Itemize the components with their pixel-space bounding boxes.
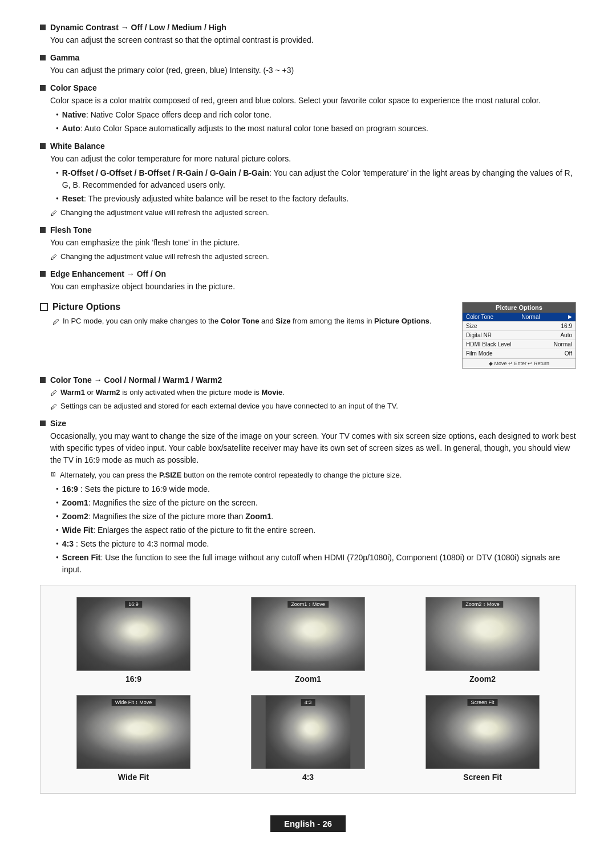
note-icon: 🖊 (50, 252, 57, 262)
picture-options-section: Picture Options 🖊 In PC mode, you can on… (40, 302, 576, 369)
checkbox-icon (40, 303, 48, 311)
picture-options-title: Picture Options (52, 302, 120, 312)
edge-enhancement-body: You can emphasize object boundaries in t… (50, 281, 576, 293)
picture-options-header: Picture Options (40, 302, 451, 312)
footer-text: English - 26 (270, 815, 346, 832)
image-169: 16:9 (76, 597, 191, 671)
footer: English - 26 (0, 815, 616, 832)
section-gamma: Gamma You can adjust the primary color (… (40, 53, 576, 76)
image-cell-43: 4:3 4:3 (226, 695, 390, 782)
image-grid-container: 16:9 16:9 Zoom1 ↕ Move Zoom1 Z (40, 585, 576, 794)
flesh-tone-text: You can emphasize the pink 'flesh tone' … (50, 238, 240, 247)
square-bullet-icon (40, 377, 46, 383)
note-icon: 🖊 (50, 402, 57, 412)
gamma-body: You can adjust the primary color (red, g… (50, 64, 576, 76)
square-bullet-icon (40, 55, 46, 60)
section-header: Color Tone → Cool / Normal / Warm1 / War… (40, 375, 576, 385)
white-balance-title: White Balance (50, 142, 105, 151)
image-label-zoom1: Zoom1 ↕ Move (287, 601, 329, 608)
osd-row-filmmode: Film Mode Off (463, 349, 576, 358)
section-edge-enhancement: Edge Enhancement → Off / On You can emph… (40, 269, 576, 293)
flesh-tone-note: 🖊 Changing the adjustment value will ref… (50, 251, 576, 262)
size-body: Occasionally, you may want to change the… (50, 430, 576, 576)
image-label-screenfit: Screen Fit (467, 699, 497, 706)
section-header: Size (40, 419, 576, 428)
white-balance-text: You can adjust the color temperature for… (50, 154, 291, 163)
white-balance-bullets: R-Offset / G-Offset / B-Offset / R-Gain … (56, 167, 576, 205)
page-container: Dynamic Contrast → Off / Low / Medium / … (0, 0, 616, 839)
section-flesh-tone: Flesh Tone You can emphasize the pink 'f… (40, 225, 576, 262)
flower-overlay (425, 597, 540, 671)
image-zoom2: Zoom2 ↕ Move (425, 597, 540, 671)
osd-table-title: Picture Options (463, 302, 576, 313)
section-header: Dynamic Contrast → Off / Low / Medium / … (40, 23, 576, 32)
bullet-169: 16:9 : Sets the picture to 16:9 wide mod… (56, 483, 576, 495)
flower-bg (425, 597, 540, 671)
bullet-rgb-gain: R-Offset / G-Offset / B-Offset / R-Gain … (56, 167, 576, 191)
flower-bg (251, 597, 365, 671)
square-bullet-icon (40, 25, 46, 30)
flower-overlay (266, 696, 351, 769)
picture-options-text: Picture Options 🖊 In PC mode, you can on… (40, 302, 451, 369)
osd-row-digitalnr: Digital NR Auto (463, 331, 576, 340)
bullet-auto: Auto: Auto Color Space automatically adj… (56, 123, 576, 135)
osd-row-colortone: Color Tone Normal ▶ (463, 313, 576, 322)
size-title: Size (50, 419, 66, 428)
section-white-balance: White Balance You can adjust the color t… (40, 142, 576, 219)
note-icon: 🖊 (50, 388, 57, 398)
image-widefit: Wide Fit ↕ Move (76, 695, 191, 769)
image-caption-43: 4:3 (302, 773, 314, 782)
color-space-title: Color Space (50, 83, 97, 92)
section-header: Color Space (40, 83, 576, 92)
pc-mode-note: 🖊 In PC mode, you can only make changes … (52, 316, 451, 327)
bullet-43: 4:3 : Sets the picture to 4:3 normal mod… (56, 538, 576, 550)
picture-options-intro: 🖊 In PC mode, you can only make changes … (52, 316, 451, 327)
psize-note-icon: 🖻 (50, 470, 56, 481)
osd-nav: ◆ Move ↵ Enter ↩ Return (463, 358, 576, 368)
psize-note: 🖻 Alternately, you can press the P.SIZE … (50, 470, 576, 481)
section-color-space: Color Space Color space is a color matri… (40, 83, 576, 135)
image-label-43: 4:3 (301, 699, 315, 706)
image-caption-zoom1: Zoom1 (295, 674, 321, 684)
image-cell-screenfit: Screen Fit Screen Fit (401, 695, 564, 782)
bullet-zoom2: Zoom2: Magnifies the size of the picture… (56, 511, 576, 523)
image-label-169: 16:9 (125, 601, 142, 608)
flower-overlay (426, 696, 539, 769)
flesh-tone-title: Flesh Tone (50, 225, 92, 235)
image-caption-169: 16:9 (125, 674, 141, 684)
image-screenfit: Screen Fit (425, 695, 540, 769)
size-bullets: 16:9 : Sets the picture to 16:9 wide mod… (56, 483, 576, 576)
flower-bg (426, 696, 539, 769)
note-icon: 🖊 (50, 208, 57, 219)
osd-row-hdmi: HDMI Black Level Normal (463, 340, 576, 349)
image-grid: 16:9 16:9 Zoom1 ↕ Move Zoom1 Z (52, 597, 564, 782)
section-dynamic-contrast: Dynamic Contrast → Off / Low / Medium / … (40, 23, 576, 46)
flower-overlay (77, 597, 190, 670)
image-label-zoom2: Zoom2 ↕ Move (462, 601, 503, 608)
warm-note: 🖊 Warm1 or Warm2 is only activated when … (50, 387, 576, 398)
image-caption-widefit: Wide Fit (118, 773, 149, 782)
bullet-native: Native: Native Color Space offers deep a… (56, 109, 576, 121)
dynamic-contrast-title: Dynamic Contrast → Off / Low / Medium / … (50, 23, 226, 32)
image-zoom1: Zoom1 ↕ Move (251, 597, 365, 671)
white-balance-note: 🖊 Changing the adjustment value will ref… (50, 207, 576, 219)
bullet-screenfit: Screen Fit: Use the function to see the … (56, 552, 576, 576)
section-header: Edge Enhancement → Off / On (40, 269, 576, 278)
bullet-widefit: Wide Fit: Enlarges the aspect ratio of t… (56, 524, 576, 536)
image-caption-zoom2: Zoom2 (469, 674, 496, 684)
flower-bg (76, 696, 191, 769)
color-space-bullets: Native: Native Color Space offers deep a… (56, 109, 576, 135)
flower-overlay (251, 597, 365, 671)
flower-bg (77, 597, 190, 670)
image-cell-widefit: Wide Fit ↕ Move Wide Fit (52, 695, 215, 782)
note-icon: 🖊 (52, 317, 59, 327)
dynamic-contrast-body: You can adjust the screen contrast so th… (50, 34, 576, 46)
bullet-zoom1: Zoom1: Magnifies the size of the picture… (56, 497, 576, 509)
color-space-body: Color space is a color matrix composed o… (50, 95, 576, 135)
square-bullet-icon (40, 85, 46, 91)
image-label-widefit: Wide Fit ↕ Move (112, 699, 156, 706)
image-43: 4:3 (251, 695, 365, 769)
flesh-tone-body: You can emphasize the pink 'flesh tone' … (50, 237, 576, 262)
image-cell-zoom1: Zoom1 ↕ Move Zoom1 (226, 597, 390, 684)
section-size: Size Occasionally, you may want to chang… (40, 419, 576, 576)
